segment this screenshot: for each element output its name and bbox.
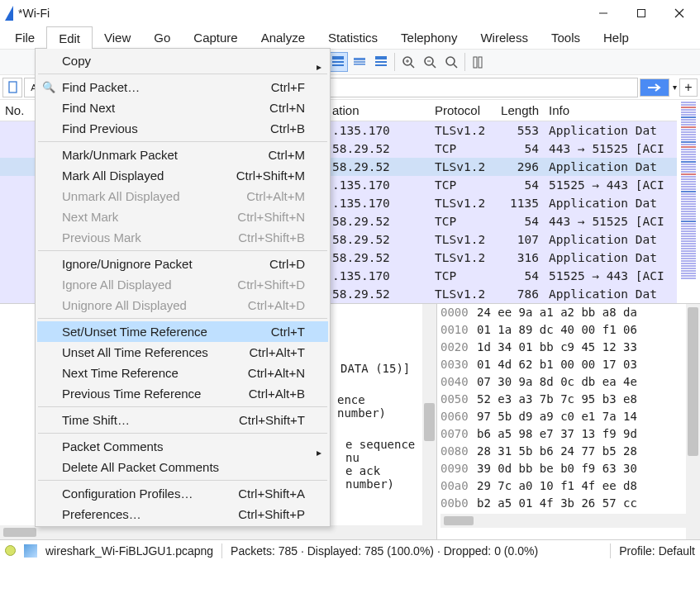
menu-ignore-packet[interactable]: Ignore/Unignore PacketCtrl+D [37,254,328,274]
title-bar: *Wi-Fi [0,0,700,26]
menu-help[interactable]: Help [592,26,640,49]
zoom-out-icon[interactable] [420,52,440,72]
resize-columns-icon[interactable] [469,52,488,72]
menu-capture[interactable]: Capture [182,26,249,49]
layout-3-icon[interactable] [371,52,391,72]
menu-ignore-all[interactable]: Ignore All DisplayedCtrl+Shift+D [37,274,328,295]
svg-rect-15 [9,82,17,93]
menu-find-previous[interactable]: Find PreviousCtrl+B [37,118,328,139]
menu-mark-all[interactable]: Mark All DisplayedCtrl+Shift+M [37,165,328,186]
hex-row[interactable]: 0070b6 a5 98 e7 37 13 f9 9d [440,427,686,444]
window-title: *Wi-Fi [18,7,584,20]
menu-go[interactable]: Go [142,26,182,49]
menu-file[interactable]: File [3,26,46,49]
svg-line-12 [454,64,457,68]
menu-mark-packet[interactable]: Mark/Unmark PacketCtrl+M [37,145,328,165]
menu-edit[interactable]: Edit [46,26,93,49]
status-filename: wireshark_Wi-FiBLJGU1.pcapng [45,544,213,558]
menu-unset-all-refs[interactable]: Unset All Time ReferencesCtrl+Alt+T [37,342,328,363]
filter-bookmark-icon[interactable] [2,78,22,97]
zoom-in-icon[interactable] [398,52,418,72]
col-protocol[interactable]: Protocol [430,102,496,119]
packet-minimap[interactable] [677,100,700,303]
menu-unignore-all[interactable]: Unignore All DisplayedCtrl+Alt+D [37,295,328,316]
hex-row[interactable]: 000024 ee 9a a1 a2 bb a8 da [440,306,686,323]
svg-rect-1 [638,10,645,17]
menu-telephony[interactable]: Telephony [389,26,469,49]
col-destination[interactable]: ation [332,102,430,119]
hex-row[interactable]: 008028 31 5b b6 24 77 b5 28 [440,444,686,462]
col-length[interactable]: Length [496,102,544,119]
expert-info-icon[interactable] [5,545,16,556]
status-counts: Packets: 785 · Displayed: 785 (100.0%) ·… [231,544,602,558]
details-scrollbar[interactable] [422,304,436,539]
svg-rect-14 [479,57,482,68]
menu-find-packet[interactable]: 🔍Find Packet…Ctrl+F [37,77,328,97]
add-filter-button[interactable]: + [679,78,698,97]
menu-view[interactable]: View [93,26,142,49]
menu-statistics[interactable]: Statistics [317,26,389,49]
menu-time-shift[interactable]: Time Shift…Ctrl+Shift+T [37,410,328,430]
close-button[interactable] [660,1,698,26]
svg-point-11 [446,57,455,65]
menu-previous-mark[interactable]: Previous MarkCtrl+Shift+B [37,227,328,248]
capture-file-icon[interactable] [24,544,37,558]
packet-bytes-pane[interactable]: 000024 ee 9a a1 a2 bb a8 da001001 1a 89 … [436,304,686,539]
minimize-button[interactable] [584,1,622,26]
edit-menu-dropdown: Copy 🔍Find Packet…Ctrl+F Find NextCtrl+N… [35,48,331,527]
menu-unmark-all[interactable]: Unmark All DisplayedCtrl+Alt+M [37,186,328,206]
menu-wireless[interactable]: Wireless [469,26,540,49]
svg-rect-13 [474,57,477,68]
layout-1-icon[interactable] [328,52,348,72]
start-capture-icon[interactable] [3,52,23,72]
hex-row[interactable]: 001001 1a 89 dc 40 00 f1 06 [440,323,686,340]
status-profile[interactable]: Profile: Default [619,544,695,558]
zoom-reset-icon[interactable] [441,52,461,72]
search-icon: 🔍 [40,81,57,93]
menu-next-time-ref[interactable]: Next Time ReferenceCtrl+Alt+N [37,363,328,383]
col-info[interactable]: Info [544,102,677,119]
menu-bar: File Edit View Go Capture Analyze Statis… [0,26,700,49]
svg-line-5 [411,64,414,68]
hex-row[interactable]: 00201d 34 01 bb c9 45 12 33 [440,340,686,358]
hex-row[interactable]: 005052 e3 a3 7b 7c 95 b3 e8 [440,392,686,410]
apply-filter-button[interactable] [640,78,669,97]
menu-next-mark[interactable]: Next MarkCtrl+Shift+N [37,206,328,227]
menu-preferences[interactable]: Preferences…Ctrl+Shift+P [37,504,328,524]
menu-copy[interactable]: Copy [37,50,328,71]
wireshark-fin-icon [5,6,13,21]
col-no[interactable]: No. [0,102,36,119]
layout-2-icon[interactable] [350,52,369,72]
separator [464,53,465,71]
hex-row[interactable]: 003001 4d 62 b1 00 00 17 03 [440,358,686,375]
menu-find-next[interactable]: Find NextCtrl+N [37,97,328,118]
bytes-scrollbar[interactable] [686,304,700,539]
menu-packet-comments[interactable]: Packet Comments [37,436,328,457]
hex-row[interactable]: 006097 5b d9 a9 c0 e1 7a 14 [440,410,686,427]
menu-delete-comments[interactable]: Delete All Packet Comments [37,457,328,477]
menu-tools[interactable]: Tools [540,26,592,49]
menu-analyze[interactable]: Analyze [250,26,317,49]
menu-config-profiles[interactable]: Configuration Profiles…Ctrl+Shift+A [37,483,328,504]
menu-previous-time-ref[interactable]: Previous Time ReferenceCtrl+Alt+B [37,383,328,404]
separator [394,53,395,71]
filter-dropdown-icon[interactable]: ▾ [671,83,678,92]
hex-row[interactable]: 004007 30 9a 8d 0c db ea 4e [440,375,686,392]
hex-row[interactable]: 009039 0d bb be b0 f9 63 30 [440,462,686,479]
maximize-button[interactable] [622,1,660,26]
hex-row[interactable]: 00a029 7c a0 10 f1 4f ee d8 [440,479,686,496]
status-bar: wireshark_Wi-FiBLJGU1.pcapng Packets: 78… [0,539,700,561]
hex-row[interactable]: 00b0b2 a5 01 4f 3b 26 57 cc [440,496,686,514]
svg-line-9 [432,64,436,68]
menu-set-time-reference[interactable]: Set/Unset Time ReferenceCtrl+T [37,321,328,342]
